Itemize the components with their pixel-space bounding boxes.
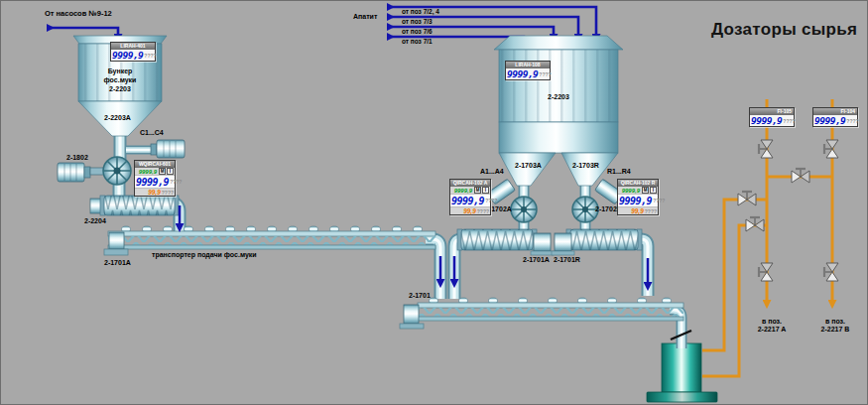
display-value: 9999,9 — [136, 177, 169, 188]
scada-screen: Дозаторы сырья От насосов №9-12 Апатит о… — [0, 0, 868, 405]
display-value: 9999,9 — [112, 50, 143, 61]
screw-feeder-a — [457, 229, 554, 255]
display-unit: ???? — [144, 53, 156, 59]
pos-line-label-1: от поз 7/2, 4 — [402, 8, 439, 16]
apatite-label: Апатит — [353, 13, 377, 21]
dest-a-label: в поз. 2-2217 A — [758, 318, 787, 334]
display-title: LIRAH-401 — [111, 43, 155, 50]
display-unit: ???? — [783, 118, 795, 124]
screw-r-label: 2-1701R — [554, 256, 580, 264]
dest-b-label: в поз. 2-2217 B — [821, 318, 850, 334]
valves — [738, 140, 838, 281]
setpoint-value: 9999,9 — [139, 169, 157, 175]
hopper-name-line3: 2-2203 — [109, 85, 131, 93]
display-unit: ???? — [485, 198, 497, 203]
valve-line-b-upper[interactable] — [824, 140, 838, 158]
output-value: 99,9 — [148, 189, 161, 196]
screw-a-motor — [534, 233, 551, 251]
display-unit: ???? — [653, 198, 665, 203]
display-value: 9999,9 — [814, 115, 845, 126]
bottom-conveyor — [400, 298, 683, 329]
a-group-label: A1...A4 — [480, 168, 504, 176]
display-value: 9999,9 — [619, 196, 652, 206]
dest-a-line1: в поз. — [758, 318, 787, 326]
pos-line-label-2: от поз 7/3 — [402, 18, 433, 26]
display-unit: ???? — [170, 179, 182, 185]
hopper-level-display[interactable]: LIRAH-401 9999,9 ???? — [110, 42, 156, 62]
bottom-conveyor-motor — [404, 305, 419, 324]
display-unit: ???? — [539, 71, 551, 77]
mode-button-m[interactable]: M — [159, 168, 166, 175]
silo-level-display[interactable]: LIRAH-108 9999,9 ???? — [505, 61, 551, 80]
display-title: QIRCAH-102 R — [618, 180, 658, 187]
pos-line-label-4: от поз 7/1 — [402, 38, 433, 46]
setpoint-value: 9999,9 — [454, 188, 472, 194]
hopper-name-line1: Бункер — [108, 68, 133, 75]
output-unit: ???? — [162, 190, 174, 196]
valve-crossover[interactable] — [792, 169, 809, 183]
screw-feeder-r — [552, 229, 642, 255]
valve-branch-2[interactable] — [746, 217, 764, 231]
transporter-caption: транспортер подачи фос.муки — [152, 251, 257, 259]
doser-display-fosmuka[interactable]: WQIRCAI-601 9999,9 M I 9999,9 ???? 99,9 … — [134, 160, 176, 197]
display-unit: ???? — [846, 118, 858, 124]
doser-display-a[interactable]: QIRCAH-102 A 9999,9 M I 9999,9 ???? 99,9… — [449, 179, 491, 215]
display-value: 9999,9 — [451, 196, 484, 206]
transporter-motor-label: 2-1701A — [104, 259, 131, 267]
screw-feeder-2204 — [90, 196, 179, 215]
display-title: FI-104 — [813, 108, 857, 115]
process-mimic — [1, 1, 868, 405]
apatite-silo — [494, 36, 623, 186]
screw-r-motor — [555, 233, 571, 251]
output-unit: ???? — [477, 208, 489, 214]
c-group-motor — [151, 140, 185, 158]
rotary-motor-label: 2-1802 — [66, 154, 88, 162]
dest-b-line2: 2-2217 B — [821, 326, 850, 334]
transporter-drive-motor — [109, 232, 124, 249]
hopper-name-line2: фос.муки — [104, 76, 137, 84]
feed-lines — [47, 3, 596, 41]
bottom-conveyor-label: 2-1701 — [409, 292, 431, 300]
pumps-source-label: От насосов №9-12 — [45, 10, 112, 18]
flow-display-b[interactable]: FI-104 9999,9 ???? — [812, 107, 858, 127]
valve-line-a-lower[interactable] — [759, 263, 773, 281]
output-value: 99,9 — [631, 207, 644, 214]
display-value: 9999,9 — [751, 115, 782, 126]
silo-tag-label: 2-2203 — [548, 93, 569, 101]
mode-button-i[interactable]: I — [482, 187, 489, 194]
doser-display-r[interactable]: QIRCAH-102 R 9999,9 M I 9999,9 ???? 99,9… — [617, 179, 659, 215]
silo-outlet-r-label: 2-1703R — [572, 162, 599, 170]
screw-2204-label: 2-2204 — [84, 217, 106, 225]
display-title: LIRAH-108 — [506, 62, 550, 68]
collection-vessel — [647, 343, 717, 402]
mode-button-m[interactable]: M — [642, 187, 649, 194]
valve-line-a-upper[interactable] — [759, 140, 773, 158]
r-group-label: R1...R4 — [607, 168, 631, 176]
dest-a-line2: 2-2217 A — [758, 326, 787, 334]
page-title: Дозаторы сырья — [711, 20, 857, 40]
display-value: 9999,9 — [507, 68, 538, 79]
output-value: 99,9 — [463, 207, 476, 214]
display-title: FI-105 — [750, 108, 794, 115]
mode-button-i[interactable]: I — [650, 187, 657, 194]
mode-button-i[interactable]: I — [167, 168, 174, 175]
screw-a-label: 2-1701A — [523, 256, 550, 264]
output-unit: ???? — [645, 208, 657, 214]
hopper-tag-label: 2-2203A — [104, 114, 131, 122]
valve-branch-1[interactable] — [738, 192, 756, 205]
flow-display-a[interactable]: FI-105 9999,9 ???? — [749, 107, 795, 127]
dest-b-line1: в поз. — [821, 318, 850, 326]
display-title: WQIRCAI-601 — [135, 161, 175, 168]
setpoint-value: 9999,9 — [622, 188, 640, 194]
mode-button-m[interactable]: M — [474, 187, 481, 194]
silo-outlet-a-label: 2-1703A — [515, 162, 542, 170]
display-title: QIRCAH-102 A — [450, 180, 490, 187]
pos-line-label-3: от поз 7/6 — [402, 28, 433, 36]
c-group-label: C1...C4 — [140, 129, 164, 137]
valve-line-b-lower[interactable] — [824, 263, 838, 281]
